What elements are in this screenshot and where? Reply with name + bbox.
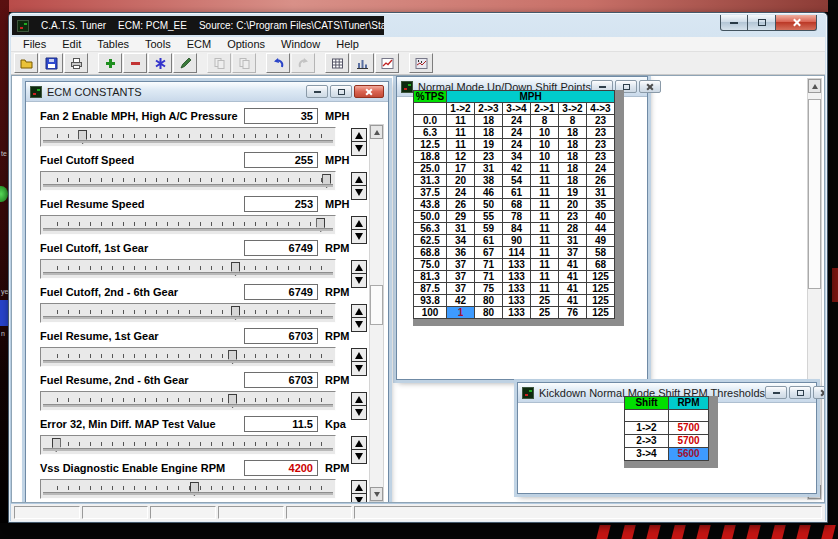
shift-cell[interactable]: 23	[587, 139, 615, 151]
shift-cell[interactable]: 49	[587, 235, 615, 247]
menu-edit[interactable]: Edit	[54, 38, 89, 50]
shift-cell[interactable]: 31	[447, 223, 475, 235]
edit-button[interactable]	[173, 53, 197, 73]
menu-tables[interactable]: Tables	[89, 38, 137, 50]
slider-thumb[interactable]	[322, 174, 331, 188]
copy-button[interactable]	[207, 53, 231, 73]
shift-cell[interactable]: 40	[587, 211, 615, 223]
spinner-up-button[interactable]	[351, 480, 367, 494]
ecm-scrollbar[interactable]	[369, 124, 384, 502]
shift-cell[interactable]: 24	[503, 115, 531, 127]
line-chart-button[interactable]	[375, 53, 399, 73]
shift-cell[interactable]: 37	[447, 259, 475, 271]
shift-cell[interactable]: 114	[503, 247, 531, 259]
shift-cell[interactable]: 35	[587, 199, 615, 211]
spinner-up-button[interactable]	[351, 260, 367, 274]
shift-cell[interactable]: 54	[503, 175, 531, 187]
shift-cell[interactable]: 23	[587, 115, 615, 127]
shift-cell[interactable]: 36	[447, 247, 475, 259]
spinner-up-button[interactable]	[351, 392, 367, 406]
shift-cell[interactable]: 41	[559, 283, 587, 295]
shift-cell[interactable]: 8	[531, 115, 559, 127]
shift-cell[interactable]: 84	[503, 223, 531, 235]
kickdown-rpm-cell[interactable]: 5700	[669, 422, 709, 435]
param-value-field[interactable]: 11.5	[244, 416, 318, 432]
shift-cell[interactable]: 37	[447, 283, 475, 295]
menu-ecm[interactable]: ECM	[179, 38, 219, 50]
open-button[interactable]	[14, 53, 38, 73]
shift-cell[interactable]: 11	[531, 271, 559, 283]
spinner-down-button[interactable]	[351, 142, 367, 156]
add-button[interactable]	[98, 53, 122, 73]
param-value-field[interactable]: 255	[244, 152, 318, 168]
minimize-button[interactable]	[306, 85, 328, 98]
redo-button[interactable]	[291, 53, 315, 73]
shift-cell[interactable]: 24	[503, 127, 531, 139]
shift-cell[interactable]: 24	[447, 187, 475, 199]
shift-cell[interactable]: 78	[503, 211, 531, 223]
slider-thumb[interactable]	[190, 482, 199, 496]
param-value-field[interactable]: 6749	[244, 284, 318, 300]
shift-points-table[interactable]: %TPSMPH1->22->33->42->13->24->30.0111824…	[413, 90, 615, 319]
scroll-up-icon[interactable]	[370, 125, 383, 139]
shift-cell[interactable]: 29	[447, 211, 475, 223]
shift-cell[interactable]: 125	[587, 307, 615, 319]
shift-cell[interactable]: 19	[475, 139, 503, 151]
shift-cell[interactable]: 10	[531, 139, 559, 151]
shift-cell[interactable]: 125	[587, 283, 615, 295]
shift-cell[interactable]: 11	[531, 187, 559, 199]
spinner-down-button[interactable]	[351, 186, 367, 200]
menu-options[interactable]: Options	[219, 38, 273, 50]
scroll-up-icon[interactable]	[808, 79, 821, 93]
spinner-down-button[interactable]	[351, 406, 367, 420]
param-slider[interactable]	[40, 303, 336, 323]
slider-thumb[interactable]	[52, 438, 61, 452]
shift-cell[interactable]: 11	[531, 211, 559, 223]
special-chart-button[interactable]	[409, 53, 433, 73]
shift-cell[interactable]: 38	[475, 175, 503, 187]
star-button[interactable]	[148, 53, 172, 73]
shift-cell[interactable]: 41	[559, 259, 587, 271]
shift-cell[interactable]: 31	[587, 187, 615, 199]
menu-window[interactable]: Window	[273, 38, 328, 50]
param-value-field[interactable]: 6703	[244, 328, 318, 344]
spinner-down-button[interactable]	[351, 494, 367, 503]
shift-cell[interactable]: 133	[503, 259, 531, 271]
kickdown-rpm-cell[interactable]: 5600	[669, 448, 709, 461]
shift-cell[interactable]: 24	[503, 139, 531, 151]
param-slider[interactable]	[40, 435, 336, 455]
shift-cell[interactable]: 59	[475, 223, 503, 235]
shift-cell[interactable]: 125	[587, 271, 615, 283]
shift-cell[interactable]: 55	[475, 211, 503, 223]
shift-cell[interactable]: 80	[475, 295, 503, 307]
shift-cell[interactable]: 75	[475, 283, 503, 295]
shift-cell[interactable]: 11	[447, 127, 475, 139]
spinner-up-button[interactable]	[351, 128, 367, 142]
param-value-field[interactable]: 4200	[244, 460, 318, 476]
shift-cell[interactable]: 18	[559, 163, 587, 175]
shift-cell[interactable]: 1	[447, 307, 475, 319]
kickdown-table[interactable]: ShiftRPM1->257002->357003->45600	[624, 396, 709, 461]
param-slider[interactable]	[40, 347, 336, 367]
shift-cell[interactable]: 11	[531, 175, 559, 187]
shift-cell[interactable]: 20	[559, 199, 587, 211]
shift-cell[interactable]: 90	[503, 235, 531, 247]
shift-cell[interactable]: 19	[559, 187, 587, 199]
slider-thumb[interactable]	[231, 306, 240, 320]
shift-cell[interactable]: 42	[503, 163, 531, 175]
shift-cell[interactable]: 11	[447, 139, 475, 151]
shift-cell[interactable]: 26	[587, 175, 615, 187]
shift-cell[interactable]: 17	[447, 163, 475, 175]
minimize-button[interactable]	[720, 15, 748, 31]
shift-cell[interactable]: 133	[503, 295, 531, 307]
shift-cell[interactable]: 37	[559, 247, 587, 259]
shift-cell[interactable]: 42	[447, 295, 475, 307]
shift-cell[interactable]: 18	[559, 127, 587, 139]
shift-cell[interactable]: 11	[531, 235, 559, 247]
spinner-up-button[interactable]	[351, 436, 367, 450]
spinner-up-button[interactable]	[351, 216, 367, 230]
spinner-down-button[interactable]	[351, 318, 367, 332]
slider-thumb[interactable]	[78, 130, 87, 144]
shift-cell[interactable]: 23	[475, 151, 503, 163]
maximize-button[interactable]	[330, 85, 352, 98]
